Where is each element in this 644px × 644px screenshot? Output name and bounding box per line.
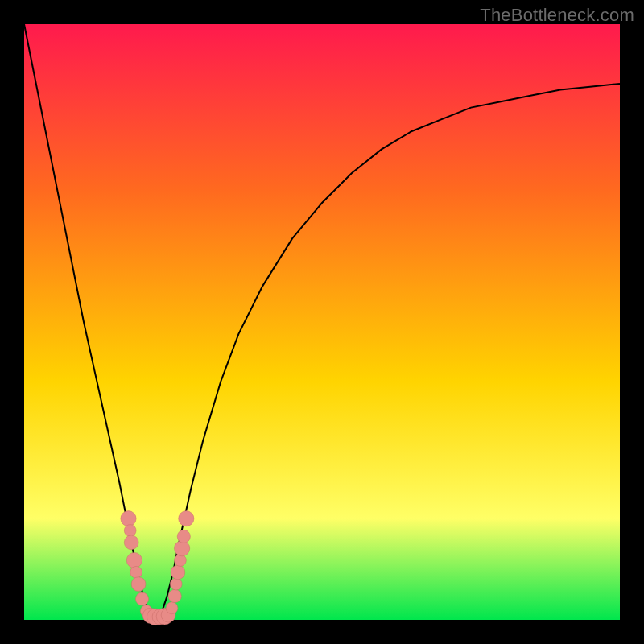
- data-marker: [175, 541, 190, 556]
- data-marker: [130, 566, 142, 578]
- plot-background: [24, 24, 620, 620]
- data-marker: [124, 525, 136, 537]
- data-marker: [166, 602, 178, 614]
- chart-frame: TheBottleneck.com: [0, 0, 644, 644]
- chart-svg: [0, 0, 644, 644]
- data-marker: [126, 552, 142, 568]
- data-marker: [171, 565, 185, 580]
- data-marker: [170, 578, 182, 590]
- data-marker: [131, 577, 146, 592]
- data-marker: [168, 589, 181, 602]
- data-marker: [124, 535, 138, 550]
- data-marker: [135, 592, 148, 605]
- data-marker: [179, 511, 194, 526]
- watermark-text: TheBottleneck.com: [480, 5, 634, 26]
- data-marker: [121, 511, 136, 526]
- data-marker: [175, 555, 187, 567]
- data-marker: [177, 530, 190, 543]
